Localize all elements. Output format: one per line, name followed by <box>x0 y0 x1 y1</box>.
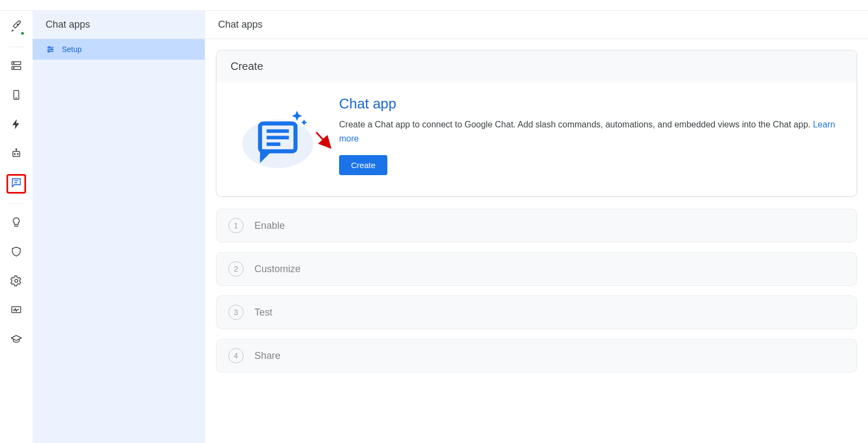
create-card: Create <box>216 50 857 197</box>
shield-icon <box>10 246 22 260</box>
panel-list: Setup <box>33 39 205 60</box>
svg-point-20 <box>51 49 53 50</box>
rail-separator <box>9 47 24 47</box>
create-card-header: Create <box>216 50 857 82</box>
rail-item-bulb[interactable] <box>7 214 26 233</box>
svg-point-9 <box>17 153 18 155</box>
svg-point-3 <box>14 63 14 63</box>
app-layout: Chat apps Setup Chat apps Create <box>0 11 868 443</box>
secondary-panel: Chat apps Setup <box>33 11 205 443</box>
status-dot-icon <box>20 31 25 36</box>
rail-separator <box>9 203 24 204</box>
rail-item-getting-started[interactable] <box>7 17 26 37</box>
rail-item-chat[interactable] <box>7 174 26 194</box>
main-body: Create <box>205 39 868 383</box>
bolt-icon <box>10 118 22 132</box>
panel-title: Chat apps <box>33 11 205 39</box>
monitor-icon <box>10 304 22 318</box>
create-card-title: Chat app <box>339 95 841 112</box>
icon-rail <box>0 11 33 443</box>
rail-item-mobile[interactable] <box>7 86 26 106</box>
steps-list: 1 Enable 2 Customize 3 Test 4 Share <box>216 209 857 373</box>
rail-item-monitor[interactable] <box>7 301 26 321</box>
step-share[interactable]: 4 Share <box>216 339 857 373</box>
step-label: Share <box>254 350 280 362</box>
gear-icon <box>10 275 22 289</box>
rail-item-shield[interactable] <box>7 243 26 262</box>
chat-icon <box>10 177 22 191</box>
mobile-icon <box>10 89 22 103</box>
create-card-description-text: Create a Chat app to connect to Google C… <box>339 120 813 129</box>
rail-item-server[interactable] <box>7 57 26 76</box>
robot-icon <box>10 147 22 162</box>
create-button[interactable]: Create <box>339 155 387 175</box>
step-number: 3 <box>228 305 244 320</box>
step-number: 4 <box>228 348 244 363</box>
create-card-description: Create a Chat app to connect to Google C… <box>339 118 841 145</box>
step-customize[interactable]: 2 Customize <box>216 252 857 286</box>
panel-item-setup[interactable]: Setup <box>33 39 205 60</box>
create-card-content: Chat app Create a Chat app to connect to… <box>339 95 841 175</box>
step-label: Customize <box>254 264 301 275</box>
rail-item-settings[interactable] <box>7 272 26 292</box>
step-test[interactable]: 3 Test <box>216 296 857 329</box>
step-number: 2 <box>228 261 244 277</box>
step-number: 1 <box>228 218 244 233</box>
panel-item-label: Setup <box>62 45 82 54</box>
rail-item-learn[interactable] <box>7 331 26 350</box>
rail-item-robot[interactable] <box>7 145 26 164</box>
svg-point-14 <box>15 279 18 283</box>
svg-point-19 <box>48 47 50 48</box>
svg-point-8 <box>14 153 15 155</box>
page-title: Chat apps <box>205 11 868 39</box>
step-label: Test <box>254 307 272 318</box>
chat-illustration <box>232 95 324 177</box>
svg-point-21 <box>48 50 50 52</box>
main: Chat apps Create <box>205 11 868 443</box>
step-enable[interactable]: 1 Enable <box>216 209 857 242</box>
grad-cap-icon <box>10 333 22 348</box>
svg-point-4 <box>14 68 14 68</box>
svg-point-0 <box>17 24 18 25</box>
step-label: Enable <box>254 220 285 232</box>
svg-rect-7 <box>13 151 20 156</box>
bulb-icon <box>10 216 22 230</box>
svg-point-11 <box>16 149 17 150</box>
tune-icon <box>46 44 55 54</box>
rail-item-bolt[interactable] <box>7 115 26 135</box>
top-spacer <box>0 0 868 11</box>
server-icon <box>10 60 22 74</box>
